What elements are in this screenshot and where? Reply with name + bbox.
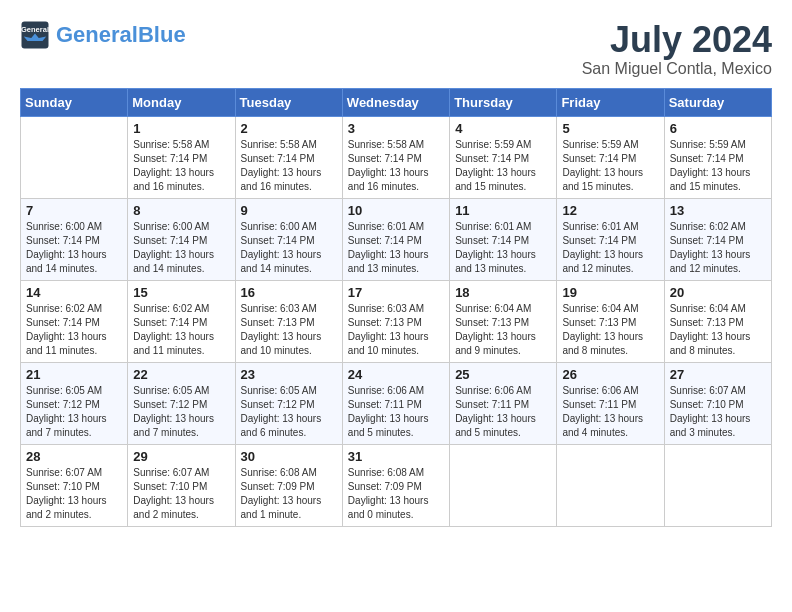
logo-general: General: [56, 22, 138, 47]
day-number: 31: [348, 449, 444, 464]
day-cell: 1Sunrise: 5:58 AMSunset: 7:14 PMDaylight…: [128, 116, 235, 198]
day-info: Sunrise: 5:59 AMSunset: 7:14 PMDaylight:…: [455, 138, 551, 194]
day-number: 13: [670, 203, 766, 218]
day-cell: 9Sunrise: 6:00 AMSunset: 7:14 PMDaylight…: [235, 198, 342, 280]
day-cell: 18Sunrise: 6:04 AMSunset: 7:13 PMDayligh…: [450, 280, 557, 362]
day-number: 26: [562, 367, 658, 382]
month-year: July 2024: [582, 20, 772, 60]
day-header-thursday: Thursday: [450, 88, 557, 116]
day-number: 27: [670, 367, 766, 382]
logo-blue: Blue: [138, 22, 186, 47]
day-number: 5: [562, 121, 658, 136]
day-number: 28: [26, 449, 122, 464]
logo-icon: General: [20, 20, 50, 50]
day-cell: 8Sunrise: 6:00 AMSunset: 7:14 PMDaylight…: [128, 198, 235, 280]
day-info: Sunrise: 6:05 AMSunset: 7:12 PMDaylight:…: [133, 384, 229, 440]
day-info: Sunrise: 6:06 AMSunset: 7:11 PMDaylight:…: [562, 384, 658, 440]
day-number: 6: [670, 121, 766, 136]
day-headers-row: SundayMondayTuesdayWednesdayThursdayFrid…: [21, 88, 772, 116]
day-number: 20: [670, 285, 766, 300]
day-info: Sunrise: 6:02 AMSunset: 7:14 PMDaylight:…: [670, 220, 766, 276]
day-info: Sunrise: 6:06 AMSunset: 7:11 PMDaylight:…: [455, 384, 551, 440]
day-info: Sunrise: 6:07 AMSunset: 7:10 PMDaylight:…: [26, 466, 122, 522]
day-cell: 31Sunrise: 6:08 AMSunset: 7:09 PMDayligh…: [342, 444, 449, 526]
day-cell: 29Sunrise: 6:07 AMSunset: 7:10 PMDayligh…: [128, 444, 235, 526]
day-cell: 23Sunrise: 6:05 AMSunset: 7:12 PMDayligh…: [235, 362, 342, 444]
day-info: Sunrise: 6:05 AMSunset: 7:12 PMDaylight:…: [241, 384, 337, 440]
day-info: Sunrise: 6:07 AMSunset: 7:10 PMDaylight:…: [670, 384, 766, 440]
day-number: 7: [26, 203, 122, 218]
day-info: Sunrise: 6:00 AMSunset: 7:14 PMDaylight:…: [241, 220, 337, 276]
day-info: Sunrise: 6:02 AMSunset: 7:14 PMDaylight:…: [26, 302, 122, 358]
logo: General GeneralBlue: [20, 20, 186, 50]
day-info: Sunrise: 6:01 AMSunset: 7:14 PMDaylight:…: [348, 220, 444, 276]
week-row-4: 21Sunrise: 6:05 AMSunset: 7:12 PMDayligh…: [21, 362, 772, 444]
day-info: Sunrise: 6:03 AMSunset: 7:13 PMDaylight:…: [241, 302, 337, 358]
title-block: July 2024 San Miguel Contla, Mexico: [582, 20, 772, 78]
day-number: 23: [241, 367, 337, 382]
day-number: 25: [455, 367, 551, 382]
day-number: 30: [241, 449, 337, 464]
day-number: 9: [241, 203, 337, 218]
day-number: 15: [133, 285, 229, 300]
day-info: Sunrise: 6:08 AMSunset: 7:09 PMDaylight:…: [241, 466, 337, 522]
week-row-1: 1Sunrise: 5:58 AMSunset: 7:14 PMDaylight…: [21, 116, 772, 198]
day-info: Sunrise: 6:01 AMSunset: 7:14 PMDaylight:…: [562, 220, 658, 276]
day-cell: 6Sunrise: 5:59 AMSunset: 7:14 PMDaylight…: [664, 116, 771, 198]
day-header-wednesday: Wednesday: [342, 88, 449, 116]
day-cell: [450, 444, 557, 526]
day-info: Sunrise: 6:07 AMSunset: 7:10 PMDaylight:…: [133, 466, 229, 522]
day-number: 17: [348, 285, 444, 300]
day-cell: 13Sunrise: 6:02 AMSunset: 7:14 PMDayligh…: [664, 198, 771, 280]
page-header: General GeneralBlue July 2024 San Miguel…: [20, 20, 772, 78]
day-cell: 17Sunrise: 6:03 AMSunset: 7:13 PMDayligh…: [342, 280, 449, 362]
day-info: Sunrise: 5:59 AMSunset: 7:14 PMDaylight:…: [562, 138, 658, 194]
day-cell: 22Sunrise: 6:05 AMSunset: 7:12 PMDayligh…: [128, 362, 235, 444]
day-number: 22: [133, 367, 229, 382]
day-info: Sunrise: 6:00 AMSunset: 7:14 PMDaylight:…: [133, 220, 229, 276]
day-number: 18: [455, 285, 551, 300]
day-number: 4: [455, 121, 551, 136]
day-info: Sunrise: 6:04 AMSunset: 7:13 PMDaylight:…: [670, 302, 766, 358]
day-number: 10: [348, 203, 444, 218]
week-row-5: 28Sunrise: 6:07 AMSunset: 7:10 PMDayligh…: [21, 444, 772, 526]
day-cell: 27Sunrise: 6:07 AMSunset: 7:10 PMDayligh…: [664, 362, 771, 444]
day-cell: 7Sunrise: 6:00 AMSunset: 7:14 PMDaylight…: [21, 198, 128, 280]
day-number: 3: [348, 121, 444, 136]
day-cell: 14Sunrise: 6:02 AMSunset: 7:14 PMDayligh…: [21, 280, 128, 362]
day-number: 2: [241, 121, 337, 136]
day-number: 16: [241, 285, 337, 300]
day-cell: 19Sunrise: 6:04 AMSunset: 7:13 PMDayligh…: [557, 280, 664, 362]
svg-text:General: General: [21, 25, 49, 34]
day-info: Sunrise: 5:59 AMSunset: 7:14 PMDaylight:…: [670, 138, 766, 194]
day-cell: 21Sunrise: 6:05 AMSunset: 7:12 PMDayligh…: [21, 362, 128, 444]
day-cell: 20Sunrise: 6:04 AMSunset: 7:13 PMDayligh…: [664, 280, 771, 362]
day-cell: [21, 116, 128, 198]
week-row-3: 14Sunrise: 6:02 AMSunset: 7:14 PMDayligh…: [21, 280, 772, 362]
day-info: Sunrise: 6:00 AMSunset: 7:14 PMDaylight:…: [26, 220, 122, 276]
day-cell: 3Sunrise: 5:58 AMSunset: 7:14 PMDaylight…: [342, 116, 449, 198]
day-cell: 10Sunrise: 6:01 AMSunset: 7:14 PMDayligh…: [342, 198, 449, 280]
day-number: 29: [133, 449, 229, 464]
day-cell: 24Sunrise: 6:06 AMSunset: 7:11 PMDayligh…: [342, 362, 449, 444]
day-cell: [664, 444, 771, 526]
day-info: Sunrise: 6:02 AMSunset: 7:14 PMDaylight:…: [133, 302, 229, 358]
day-header-saturday: Saturday: [664, 88, 771, 116]
day-number: 1: [133, 121, 229, 136]
day-cell: 26Sunrise: 6:06 AMSunset: 7:11 PMDayligh…: [557, 362, 664, 444]
calendar-table: SundayMondayTuesdayWednesdayThursdayFrid…: [20, 88, 772, 527]
day-cell: 16Sunrise: 6:03 AMSunset: 7:13 PMDayligh…: [235, 280, 342, 362]
day-cell: 4Sunrise: 5:59 AMSunset: 7:14 PMDaylight…: [450, 116, 557, 198]
day-number: 14: [26, 285, 122, 300]
day-cell: 25Sunrise: 6:06 AMSunset: 7:11 PMDayligh…: [450, 362, 557, 444]
day-info: Sunrise: 5:58 AMSunset: 7:14 PMDaylight:…: [241, 138, 337, 194]
day-header-monday: Monday: [128, 88, 235, 116]
day-info: Sunrise: 6:05 AMSunset: 7:12 PMDaylight:…: [26, 384, 122, 440]
day-info: Sunrise: 6:04 AMSunset: 7:13 PMDaylight:…: [455, 302, 551, 358]
day-info: Sunrise: 6:04 AMSunset: 7:13 PMDaylight:…: [562, 302, 658, 358]
day-cell: 15Sunrise: 6:02 AMSunset: 7:14 PMDayligh…: [128, 280, 235, 362]
day-cell: 11Sunrise: 6:01 AMSunset: 7:14 PMDayligh…: [450, 198, 557, 280]
day-info: Sunrise: 6:08 AMSunset: 7:09 PMDaylight:…: [348, 466, 444, 522]
day-info: Sunrise: 6:01 AMSunset: 7:14 PMDaylight:…: [455, 220, 551, 276]
day-cell: 2Sunrise: 5:58 AMSunset: 7:14 PMDaylight…: [235, 116, 342, 198]
